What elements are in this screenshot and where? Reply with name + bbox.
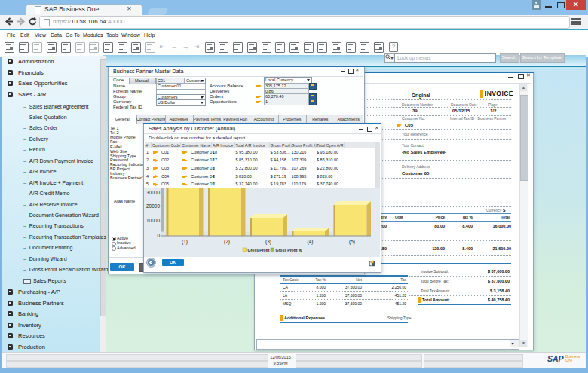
svg-text:(2): (2) — [224, 239, 230, 245]
svg-text:Gross Profit: Gross Profit — [248, 248, 270, 252]
svg-text:10000: 10000 — [146, 218, 160, 223]
svg-text:(4): (4) — [308, 239, 314, 245]
svg-text:(3): (3) — [265, 239, 271, 245]
svg-text:30000: 30000 — [146, 190, 160, 195]
svg-text:Gross Profit %: Gross Profit % — [276, 248, 302, 252]
svg-text:(1): (1) — [182, 239, 188, 245]
svg-text:0: 0 — [157, 233, 160, 238]
svg-text:20000: 20000 — [146, 203, 160, 209]
svg-text:(5): (5) — [349, 239, 355, 245]
